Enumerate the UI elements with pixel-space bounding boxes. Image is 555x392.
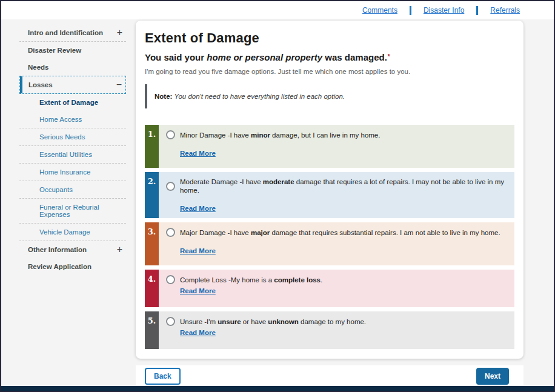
top-nav-link-disaster-info[interactable]: Disaster Info — [424, 6, 464, 15]
page-title: Extent of Damage — [145, 30, 514, 46]
sidebar-item-home-insurance[interactable]: Home Insurance — [19, 164, 126, 181]
sidebar-item-label: Essential Utilities — [39, 151, 92, 158]
read-more-link[interactable]: Read More — [180, 150, 216, 157]
top-nav-link-comments[interactable]: Comments — [362, 6, 397, 15]
option-number-badge: 5. — [145, 311, 159, 349]
option-line: Moderate Damage -I have moderate damage … — [166, 178, 507, 194]
option-text-segment: . — [321, 276, 322, 284]
option-text-bold-segment: unknown — [268, 318, 298, 325]
option-number-badge: 4. — [145, 270, 159, 307]
read-more-link[interactable]: Read More — [180, 287, 216, 294]
sidebar-item-funeral-or-reburial-expenses[interactable]: Funeral or Reburial Expenses — [19, 199, 126, 224]
sidebar-item-label: Funeral or Reburial Expenses — [39, 204, 122, 218]
sidebar-item-losses[interactable]: Losses − — [19, 76, 126, 94]
next-button[interactable]: Next — [476, 368, 509, 385]
read-more-link[interactable]: Read More — [180, 329, 216, 336]
question-text: You said your home or personal property … — [145, 52, 514, 62]
option-number-badge: 2. — [145, 172, 159, 218]
option-body: Minor Damage -I have minor damage, but I… — [159, 125, 514, 168]
option-text-segment: Moderate Damage -I have — [180, 178, 263, 185]
radio-button[interactable] — [166, 182, 175, 191]
option-text: Unsure -I'm unsure or have unknown damag… — [180, 317, 366, 326]
sidebar-item-review-application[interactable]: Review Application — [19, 258, 126, 275]
top-nav-link-referrals[interactable]: Referrals — [490, 6, 520, 15]
option-line: Unsure -I'm unsure or have unknown damag… — [166, 317, 507, 326]
sidebar-item-label: Extent of Damage — [39, 99, 98, 106]
damage-option-row: 4. Complete Loss -My home is a complete … — [145, 270, 514, 307]
sidebar-item-extent-of-damage[interactable]: Extent of Damage — [19, 94, 126, 111]
sidebar-item-label: Serious Needs — [39, 133, 85, 141]
option-text-bold-segment: major — [251, 229, 270, 236]
sidebar-item-occupants[interactable]: Occupants — [19, 181, 126, 199]
sidebar-item-label: Disaster Review — [28, 47, 81, 54]
damage-option-row: 5. Unsure -I'm unsure or have unknown da… — [145, 311, 514, 349]
sidebar-item-label: Home Access — [39, 116, 82, 123]
radio-button[interactable] — [166, 275, 175, 284]
back-button[interactable]: Back — [145, 368, 181, 385]
sidebar-item-label: Review Application — [28, 263, 91, 270]
note-box: Note: You don't need to have everything … — [145, 84, 514, 108]
sidebar-item-essential-utilities[interactable]: Essential Utilities — [19, 146, 126, 164]
footer-bar — [1, 386, 554, 391]
sidebar-item-vehicle-damage[interactable]: Vehicle Damage — [19, 224, 126, 241]
option-body: Complete Loss -My home is a complete los… — [159, 270, 514, 307]
sidebar-item-serious-needs[interactable]: Serious Needs — [19, 128, 126, 146]
required-asterisk: * — [388, 53, 390, 60]
option-line: Complete Loss -My home is a complete los… — [166, 275, 507, 284]
main-content-card: Extent of Damage You said your home or p… — [136, 21, 523, 359]
sidebar-item-label: Other Information — [28, 246, 87, 253]
option-text-bold-segment: moderate — [263, 178, 294, 185]
sidebar-item-label: Needs — [28, 64, 49, 71]
option-number-badge: 3. — [145, 222, 159, 265]
note-label: Note: — [155, 93, 172, 100]
option-text-segment: Unsure -I'm — [180, 318, 218, 325]
damage-option-row: 2. Moderate Damage -I have moderate dama… — [145, 172, 514, 218]
sidebar-item-label: Intro and Identification — [28, 29, 103, 36]
option-text-segment: damage that requires substantial repairs… — [270, 229, 500, 236]
sidebar-item-disaster-review[interactable]: Disaster Review — [19, 42, 126, 59]
option-text-segment: or have — [241, 318, 268, 325]
option-line: Minor Damage -I have minor damage, but I… — [166, 130, 507, 139]
question-suffix: was damaged. — [322, 52, 387, 62]
radio-button[interactable] — [166, 130, 175, 139]
option-body: Unsure -I'm unsure or have unknown damag… — [159, 311, 514, 349]
instruction-text: I'm going to read you five damage option… — [145, 68, 514, 75]
sidebar-item-label: Home Insurance — [39, 168, 90, 176]
app-window: CommentsDisaster InfoReferrals Intro and… — [0, 0, 555, 392]
plus-icon[interactable]: + — [117, 30, 122, 36]
plus-icon[interactable]: + — [117, 247, 122, 253]
option-text-segment: Complete Loss -My home is a — [180, 276, 274, 284]
option-text: Major Damage -I have major damage that r… — [180, 228, 500, 237]
read-more-link[interactable]: Read More — [180, 205, 216, 212]
sidebar-item-intro-and-identification[interactable]: Intro and Identification + — [19, 24, 126, 42]
option-text-bold-segment: minor — [251, 131, 270, 139]
damage-options-list: 1. Minor Damage -I have minor damage, bu… — [145, 125, 514, 349]
damage-option-row: 1. Minor Damage -I have minor damage, bu… — [145, 125, 514, 168]
option-text: Complete Loss -My home is a complete los… — [180, 276, 322, 284]
option-text-segment: damage to my home. — [299, 318, 366, 325]
option-number-badge: 1. — [145, 125, 159, 168]
sidebar-item-home-access[interactable]: Home Access — [19, 111, 126, 128]
read-more-link[interactable]: Read More — [180, 247, 216, 254]
option-text-segment: damage, but I can live in my home. — [270, 131, 381, 139]
sidebar-item-other-information[interactable]: Other Information + — [19, 241, 126, 258]
option-text-bold-segment: complete loss — [274, 276, 321, 284]
form-navigation-bar: Back Next — [136, 365, 523, 387]
option-body: Major Damage -I have major damage that r… — [159, 222, 514, 265]
radio-button[interactable] — [166, 228, 175, 237]
sidebar-item-label: Occupants — [39, 186, 73, 193]
option-text-bold-segment: unsure — [218, 318, 241, 325]
sidebar-item-label: Losses — [28, 81, 53, 88]
question-emphasis: home or personal property — [207, 52, 322, 62]
note-text: You don't need to have everything listed… — [172, 93, 345, 100]
sidebar-item-label: Vehicle Damage — [39, 228, 90, 236]
radio-button[interactable] — [166, 317, 175, 326]
nav-separator — [410, 6, 411, 15]
option-text-segment: Major Damage -I have — [180, 229, 251, 236]
option-body: Moderate Damage -I have moderate damage … — [159, 172, 514, 218]
sidebar-item-needs[interactable]: Needs — [19, 59, 126, 76]
minus-icon[interactable]: − — [116, 82, 122, 88]
option-line: Major Damage -I have major damage that r… — [166, 228, 507, 237]
question-prefix: You said your — [145, 52, 207, 62]
damage-option-row: 3. Major Damage -I have major damage tha… — [145, 222, 514, 265]
